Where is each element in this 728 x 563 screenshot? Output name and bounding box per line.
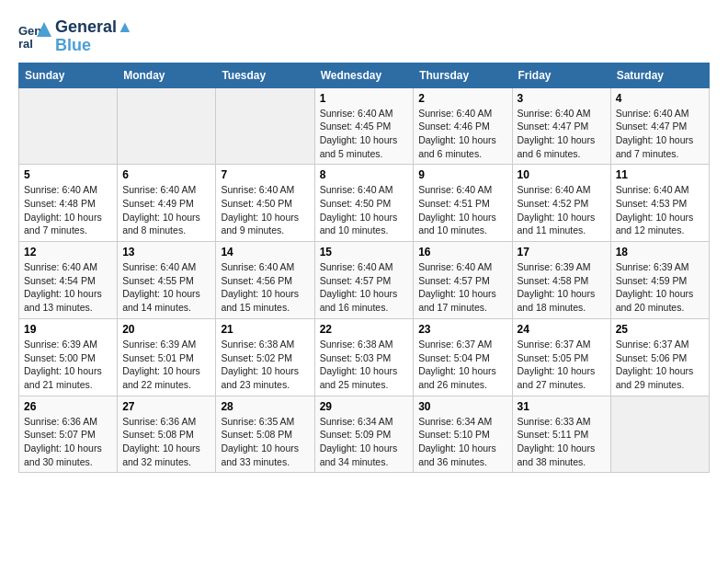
day-info: Sunrise: 6:40 AMSunset: 4:46 PMDaylight:… <box>418 107 506 161</box>
calendar-cell: 12Sunrise: 6:40 AMSunset: 4:54 PMDayligh… <box>19 242 118 319</box>
day-info: Sunrise: 6:37 AMSunset: 5:06 PMDaylight:… <box>616 338 704 392</box>
day-info: Sunrise: 6:40 AMSunset: 4:50 PMDaylight:… <box>320 183 409 237</box>
logo: Gene ral General▲ Blue <box>18 18 133 55</box>
svg-text:ral: ral <box>18 37 33 51</box>
calendar-cell: 10Sunrise: 6:40 AMSunset: 4:52 PMDayligh… <box>512 165 610 242</box>
day-info: Sunrise: 6:39 AMSunset: 5:01 PMDaylight:… <box>122 338 210 392</box>
day-number: 12 <box>24 246 112 259</box>
day-number: 21 <box>221 323 309 336</box>
calendar-cell: 22Sunrise: 6:38 AMSunset: 5:03 PMDayligh… <box>314 318 414 396</box>
day-info: Sunrise: 6:40 AMSunset: 4:49 PMDaylight:… <box>122 183 210 237</box>
header-wednesday: Wednesday <box>314 63 414 87</box>
header-saturday: Saturday <box>610 63 709 87</box>
day-number: 9 <box>418 168 506 181</box>
day-number: 13 <box>122 246 210 259</box>
calendar-cell: 14Sunrise: 6:40 AMSunset: 4:56 PMDayligh… <box>216 242 314 319</box>
day-info: Sunrise: 6:37 AMSunset: 5:04 PMDaylight:… <box>418 338 506 392</box>
day-number: 19 <box>24 323 112 336</box>
calendar-cell: 25Sunrise: 6:37 AMSunset: 5:06 PMDayligh… <box>610 318 709 396</box>
calendar-cell <box>19 87 118 165</box>
day-number: 18 <box>616 246 704 259</box>
calendar-cell: 2Sunrise: 6:40 AMSunset: 4:46 PMDaylight… <box>414 87 512 165</box>
day-number: 3 <box>518 92 606 105</box>
calendar-cell: 7Sunrise: 6:40 AMSunset: 4:50 PMDaylight… <box>216 165 314 242</box>
day-number: 28 <box>221 400 309 413</box>
day-number: 4 <box>616 92 704 105</box>
calendar-cell: 17Sunrise: 6:39 AMSunset: 4:58 PMDayligh… <box>512 242 610 319</box>
calendar-cell: 29Sunrise: 6:34 AMSunset: 5:09 PMDayligh… <box>314 396 414 473</box>
day-info: Sunrise: 6:40 AMSunset: 4:47 PMDaylight:… <box>616 107 704 161</box>
day-info: Sunrise: 6:38 AMSunset: 5:02 PMDaylight:… <box>221 338 309 392</box>
day-info: Sunrise: 6:40 AMSunset: 4:48 PMDaylight:… <box>24 183 112 237</box>
header-thursday: Thursday <box>414 63 512 87</box>
calendar-cell <box>610 396 709 473</box>
calendar-table: SundayMondayTuesdayWednesdayThursdayFrid… <box>18 63 710 474</box>
calendar-cell: 5Sunrise: 6:40 AMSunset: 4:48 PMDaylight… <box>19 165 118 242</box>
calendar-header-row: SundayMondayTuesdayWednesdayThursdayFrid… <box>19 63 710 87</box>
day-info: Sunrise: 6:35 AMSunset: 5:08 PMDaylight:… <box>221 415 309 469</box>
calendar-cell: 8Sunrise: 6:40 AMSunset: 4:50 PMDaylight… <box>314 165 414 242</box>
header-tuesday: Tuesday <box>216 63 314 87</box>
calendar-cell: 1Sunrise: 6:40 AMSunset: 4:45 PMDaylight… <box>314 87 414 165</box>
day-info: Sunrise: 6:38 AMSunset: 5:03 PMDaylight:… <box>320 338 409 392</box>
day-info: Sunrise: 6:36 AMSunset: 5:07 PMDaylight:… <box>24 415 112 469</box>
day-info: Sunrise: 6:36 AMSunset: 5:08 PMDaylight:… <box>122 415 210 469</box>
calendar-week-2: 5Sunrise: 6:40 AMSunset: 4:48 PMDaylight… <box>19 165 710 242</box>
calendar-cell: 6Sunrise: 6:40 AMSunset: 4:49 PMDaylight… <box>118 165 216 242</box>
day-number: 17 <box>518 246 606 259</box>
calendar-week-5: 26Sunrise: 6:36 AMSunset: 5:07 PMDayligh… <box>19 396 710 473</box>
day-number: 27 <box>122 400 210 413</box>
calendar-cell: 21Sunrise: 6:38 AMSunset: 5:02 PMDayligh… <box>216 318 314 396</box>
day-info: Sunrise: 6:34 AMSunset: 5:09 PMDaylight:… <box>320 415 409 469</box>
calendar-week-4: 19Sunrise: 6:39 AMSunset: 5:00 PMDayligh… <box>19 318 710 396</box>
calendar-cell: 19Sunrise: 6:39 AMSunset: 5:00 PMDayligh… <box>19 318 118 396</box>
day-number: 20 <box>122 323 210 336</box>
day-info: Sunrise: 6:40 AMSunset: 4:56 PMDaylight:… <box>221 260 309 315</box>
calendar-cell <box>216 87 314 165</box>
day-number: 5 <box>24 168 112 181</box>
day-info: Sunrise: 6:39 AMSunset: 5:00 PMDaylight:… <box>24 338 112 392</box>
day-number: 23 <box>418 323 506 336</box>
day-info: Sunrise: 6:40 AMSunset: 4:53 PMDaylight:… <box>616 183 704 237</box>
day-info: Sunrise: 6:40 AMSunset: 4:54 PMDaylight:… <box>24 260 112 315</box>
calendar-cell: 23Sunrise: 6:37 AMSunset: 5:04 PMDayligh… <box>414 318 512 396</box>
calendar-week-3: 12Sunrise: 6:40 AMSunset: 4:54 PMDayligh… <box>19 242 710 319</box>
calendar-cell <box>118 87 216 165</box>
calendar-cell: 4Sunrise: 6:40 AMSunset: 4:47 PMDaylight… <box>610 87 709 165</box>
day-number: 2 <box>418 92 506 105</box>
day-number: 30 <box>418 400 506 413</box>
day-info: Sunrise: 6:39 AMSunset: 4:59 PMDaylight:… <box>616 260 704 315</box>
calendar-week-1: 1Sunrise: 6:40 AMSunset: 4:45 PMDaylight… <box>19 87 710 165</box>
calendar-cell: 3Sunrise: 6:40 AMSunset: 4:47 PMDaylight… <box>512 87 610 165</box>
calendar-cell: 20Sunrise: 6:39 AMSunset: 5:01 PMDayligh… <box>118 318 216 396</box>
day-info: Sunrise: 6:40 AMSunset: 4:50 PMDaylight:… <box>221 183 309 237</box>
day-info: Sunrise: 6:40 AMSunset: 4:57 PMDaylight:… <box>418 260 506 315</box>
day-number: 7 <box>221 168 309 181</box>
calendar-cell: 24Sunrise: 6:37 AMSunset: 5:05 PMDayligh… <box>512 318 610 396</box>
day-number: 25 <box>616 323 704 336</box>
calendar-cell: 27Sunrise: 6:36 AMSunset: 5:08 PMDayligh… <box>118 396 216 473</box>
day-info: Sunrise: 6:40 AMSunset: 4:47 PMDaylight:… <box>518 107 606 161</box>
header-sunday: Sunday <box>19 63 118 87</box>
day-info: Sunrise: 6:34 AMSunset: 5:10 PMDaylight:… <box>418 415 506 469</box>
day-info: Sunrise: 6:33 AMSunset: 5:11 PMDaylight:… <box>518 415 606 469</box>
day-info: Sunrise: 6:40 AMSunset: 4:57 PMDaylight:… <box>320 260 409 315</box>
calendar-cell: 26Sunrise: 6:36 AMSunset: 5:07 PMDayligh… <box>19 396 118 473</box>
day-info: Sunrise: 6:40 AMSunset: 4:52 PMDaylight:… <box>518 183 606 237</box>
calendar-cell: 13Sunrise: 6:40 AMSunset: 4:55 PMDayligh… <box>118 242 216 319</box>
day-info: Sunrise: 6:37 AMSunset: 5:05 PMDaylight:… <box>518 338 606 392</box>
day-info: Sunrise: 6:40 AMSunset: 4:55 PMDaylight:… <box>122 260 210 315</box>
day-number: 22 <box>320 323 409 336</box>
day-number: 24 <box>518 323 606 336</box>
day-info: Sunrise: 6:40 AMSunset: 4:45 PMDaylight:… <box>320 107 409 161</box>
day-info: Sunrise: 6:39 AMSunset: 4:58 PMDaylight:… <box>518 260 606 315</box>
day-number: 15 <box>320 246 409 259</box>
calendar-cell: 31Sunrise: 6:33 AMSunset: 5:11 PMDayligh… <box>512 396 610 473</box>
header-monday: Monday <box>118 63 216 87</box>
calendar-cell: 9Sunrise: 6:40 AMSunset: 4:51 PMDaylight… <box>414 165 512 242</box>
day-number: 10 <box>518 168 606 181</box>
day-info: Sunrise: 6:40 AMSunset: 4:51 PMDaylight:… <box>418 183 506 237</box>
day-number: 11 <box>616 168 704 181</box>
calendar-cell: 15Sunrise: 6:40 AMSunset: 4:57 PMDayligh… <box>314 242 414 319</box>
page-header: Gene ral General▲ Blue <box>18 18 710 55</box>
